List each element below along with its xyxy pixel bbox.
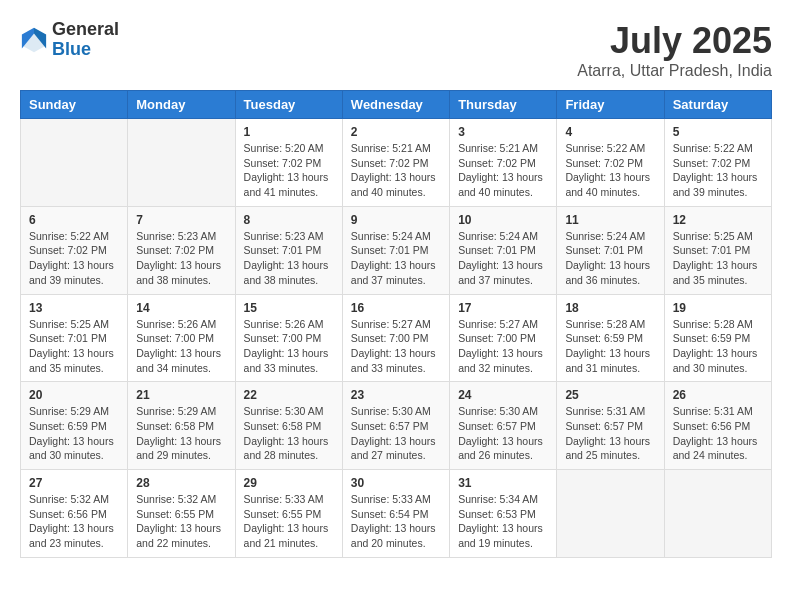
calendar-table: SundayMondayTuesdayWednesdayThursdayFrid… (20, 90, 772, 558)
day-number: 15 (244, 301, 334, 315)
page-header: General Blue July 2025 Atarra, Uttar Pra… (20, 20, 772, 80)
day-number: 26 (673, 388, 763, 402)
calendar-cell: 19Sunrise: 5:28 AMSunset: 6:59 PMDayligh… (664, 294, 771, 382)
logo: General Blue (20, 20, 119, 60)
day-detail: Sunrise: 5:33 AMSunset: 6:55 PMDaylight:… (244, 492, 334, 551)
day-detail: Sunrise: 5:24 AMSunset: 7:01 PMDaylight:… (565, 229, 655, 288)
logo-general: General (52, 20, 119, 40)
calendar-cell (128, 119, 235, 207)
day-number: 12 (673, 213, 763, 227)
day-detail: Sunrise: 5:21 AMSunset: 7:02 PMDaylight:… (351, 141, 441, 200)
calendar-cell: 10Sunrise: 5:24 AMSunset: 7:01 PMDayligh… (450, 206, 557, 294)
calendar-cell: 25Sunrise: 5:31 AMSunset: 6:57 PMDayligh… (557, 382, 664, 470)
calendar-cell: 4Sunrise: 5:22 AMSunset: 7:02 PMDaylight… (557, 119, 664, 207)
calendar-cell: 5Sunrise: 5:22 AMSunset: 7:02 PMDaylight… (664, 119, 771, 207)
day-detail: Sunrise: 5:25 AMSunset: 7:01 PMDaylight:… (29, 317, 119, 376)
weekday-header-friday: Friday (557, 91, 664, 119)
day-detail: Sunrise: 5:33 AMSunset: 6:54 PMDaylight:… (351, 492, 441, 551)
day-number: 2 (351, 125, 441, 139)
day-number: 30 (351, 476, 441, 490)
day-detail: Sunrise: 5:30 AMSunset: 6:57 PMDaylight:… (458, 404, 548, 463)
day-number: 18 (565, 301, 655, 315)
day-detail: Sunrise: 5:24 AMSunset: 7:01 PMDaylight:… (351, 229, 441, 288)
day-detail: Sunrise: 5:31 AMSunset: 6:56 PMDaylight:… (673, 404, 763, 463)
calendar-cell: 23Sunrise: 5:30 AMSunset: 6:57 PMDayligh… (342, 382, 449, 470)
day-number: 8 (244, 213, 334, 227)
calendar-cell: 16Sunrise: 5:27 AMSunset: 7:00 PMDayligh… (342, 294, 449, 382)
logo-icon (20, 26, 48, 54)
calendar-week-row: 13Sunrise: 5:25 AMSunset: 7:01 PMDayligh… (21, 294, 772, 382)
day-detail: Sunrise: 5:28 AMSunset: 6:59 PMDaylight:… (673, 317, 763, 376)
day-detail: Sunrise: 5:34 AMSunset: 6:53 PMDaylight:… (458, 492, 548, 551)
calendar-cell (557, 470, 664, 558)
calendar-cell: 7Sunrise: 5:23 AMSunset: 7:02 PMDaylight… (128, 206, 235, 294)
day-number: 24 (458, 388, 548, 402)
calendar-cell: 29Sunrise: 5:33 AMSunset: 6:55 PMDayligh… (235, 470, 342, 558)
day-number: 31 (458, 476, 548, 490)
calendar-cell: 22Sunrise: 5:30 AMSunset: 6:58 PMDayligh… (235, 382, 342, 470)
day-number: 10 (458, 213, 548, 227)
day-detail: Sunrise: 5:32 AMSunset: 6:56 PMDaylight:… (29, 492, 119, 551)
calendar-cell: 20Sunrise: 5:29 AMSunset: 6:59 PMDayligh… (21, 382, 128, 470)
day-detail: Sunrise: 5:29 AMSunset: 6:58 PMDaylight:… (136, 404, 226, 463)
day-detail: Sunrise: 5:21 AMSunset: 7:02 PMDaylight:… (458, 141, 548, 200)
day-number: 9 (351, 213, 441, 227)
logo-blue: Blue (52, 40, 119, 60)
weekday-header-saturday: Saturday (664, 91, 771, 119)
day-detail: Sunrise: 5:26 AMSunset: 7:00 PMDaylight:… (244, 317, 334, 376)
location-subtitle: Atarra, Uttar Pradesh, India (577, 62, 772, 80)
month-year-title: July 2025 (577, 20, 772, 62)
day-number: 20 (29, 388, 119, 402)
day-detail: Sunrise: 5:23 AMSunset: 7:01 PMDaylight:… (244, 229, 334, 288)
day-detail: Sunrise: 5:22 AMSunset: 7:02 PMDaylight:… (565, 141, 655, 200)
weekday-header-tuesday: Tuesday (235, 91, 342, 119)
calendar-cell: 11Sunrise: 5:24 AMSunset: 7:01 PMDayligh… (557, 206, 664, 294)
day-detail: Sunrise: 5:30 AMSunset: 6:58 PMDaylight:… (244, 404, 334, 463)
day-number: 13 (29, 301, 119, 315)
calendar-cell: 6Sunrise: 5:22 AMSunset: 7:02 PMDaylight… (21, 206, 128, 294)
calendar-header-row: SundayMondayTuesdayWednesdayThursdayFrid… (21, 91, 772, 119)
day-detail: Sunrise: 5:23 AMSunset: 7:02 PMDaylight:… (136, 229, 226, 288)
calendar-cell: 15Sunrise: 5:26 AMSunset: 7:00 PMDayligh… (235, 294, 342, 382)
calendar-cell (21, 119, 128, 207)
day-number: 28 (136, 476, 226, 490)
weekday-header-wednesday: Wednesday (342, 91, 449, 119)
day-number: 4 (565, 125, 655, 139)
calendar-cell: 8Sunrise: 5:23 AMSunset: 7:01 PMDaylight… (235, 206, 342, 294)
calendar-cell: 3Sunrise: 5:21 AMSunset: 7:02 PMDaylight… (450, 119, 557, 207)
calendar-cell: 24Sunrise: 5:30 AMSunset: 6:57 PMDayligh… (450, 382, 557, 470)
day-detail: Sunrise: 5:22 AMSunset: 7:02 PMDaylight:… (673, 141, 763, 200)
day-detail: Sunrise: 5:22 AMSunset: 7:02 PMDaylight:… (29, 229, 119, 288)
calendar-cell: 18Sunrise: 5:28 AMSunset: 6:59 PMDayligh… (557, 294, 664, 382)
calendar-cell (664, 470, 771, 558)
calendar-week-row: 1Sunrise: 5:20 AMSunset: 7:02 PMDaylight… (21, 119, 772, 207)
day-detail: Sunrise: 5:27 AMSunset: 7:00 PMDaylight:… (351, 317, 441, 376)
weekday-header-sunday: Sunday (21, 91, 128, 119)
day-number: 29 (244, 476, 334, 490)
calendar-cell: 1Sunrise: 5:20 AMSunset: 7:02 PMDaylight… (235, 119, 342, 207)
calendar-week-row: 6Sunrise: 5:22 AMSunset: 7:02 PMDaylight… (21, 206, 772, 294)
calendar-cell: 27Sunrise: 5:32 AMSunset: 6:56 PMDayligh… (21, 470, 128, 558)
day-number: 17 (458, 301, 548, 315)
day-number: 7 (136, 213, 226, 227)
day-detail: Sunrise: 5:27 AMSunset: 7:00 PMDaylight:… (458, 317, 548, 376)
day-number: 22 (244, 388, 334, 402)
day-number: 5 (673, 125, 763, 139)
day-number: 14 (136, 301, 226, 315)
day-detail: Sunrise: 5:25 AMSunset: 7:01 PMDaylight:… (673, 229, 763, 288)
calendar-cell: 13Sunrise: 5:25 AMSunset: 7:01 PMDayligh… (21, 294, 128, 382)
title-section: July 2025 Atarra, Uttar Pradesh, India (577, 20, 772, 80)
day-detail: Sunrise: 5:30 AMSunset: 6:57 PMDaylight:… (351, 404, 441, 463)
day-detail: Sunrise: 5:32 AMSunset: 6:55 PMDaylight:… (136, 492, 226, 551)
calendar-week-row: 20Sunrise: 5:29 AMSunset: 6:59 PMDayligh… (21, 382, 772, 470)
day-detail: Sunrise: 5:20 AMSunset: 7:02 PMDaylight:… (244, 141, 334, 200)
calendar-cell: 12Sunrise: 5:25 AMSunset: 7:01 PMDayligh… (664, 206, 771, 294)
day-detail: Sunrise: 5:29 AMSunset: 6:59 PMDaylight:… (29, 404, 119, 463)
calendar-cell: 26Sunrise: 5:31 AMSunset: 6:56 PMDayligh… (664, 382, 771, 470)
day-number: 27 (29, 476, 119, 490)
calendar-cell: 31Sunrise: 5:34 AMSunset: 6:53 PMDayligh… (450, 470, 557, 558)
day-number: 23 (351, 388, 441, 402)
weekday-header-monday: Monday (128, 91, 235, 119)
calendar-cell: 21Sunrise: 5:29 AMSunset: 6:58 PMDayligh… (128, 382, 235, 470)
day-number: 16 (351, 301, 441, 315)
